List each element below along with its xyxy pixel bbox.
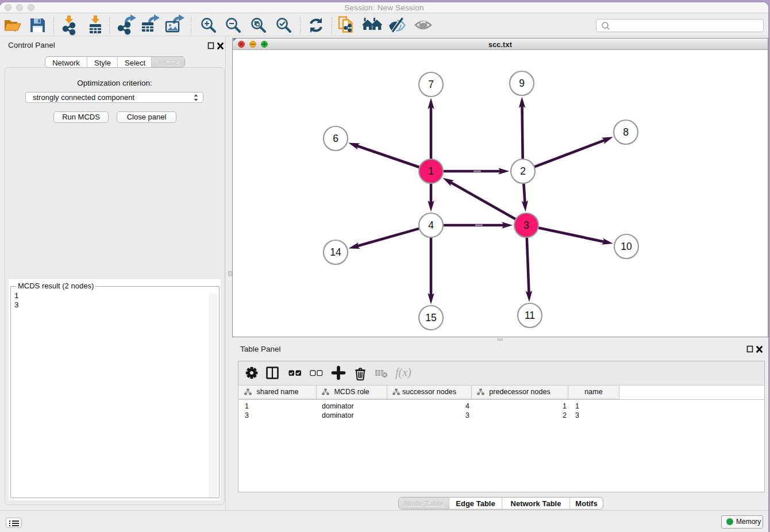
svg-text:6: 6 (333, 133, 338, 144)
svg-text:11: 11 (525, 310, 535, 321)
svg-text:9: 9 (519, 78, 525, 89)
svg-text:7: 7 (428, 79, 434, 90)
svg-text:8: 8 (623, 126, 629, 138)
svg-text:1: 1 (428, 165, 434, 177)
svg-text:3: 3 (523, 219, 529, 231)
svg-text:14: 14 (330, 246, 341, 258)
svg-text:4: 4 (428, 219, 434, 231)
svg-text:2: 2 (520, 165, 526, 177)
svg-text:15: 15 (425, 312, 436, 323)
svg-text:10: 10 (621, 241, 632, 252)
